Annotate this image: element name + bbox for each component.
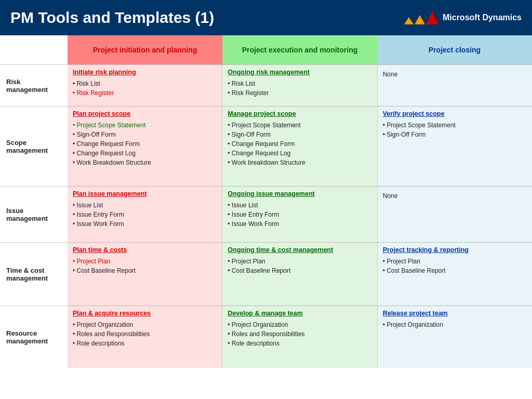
logo-icon	[404, 11, 438, 24]
list-item: • Project Organization	[73, 320, 217, 329]
cell-title: Manage project scope	[228, 110, 371, 119]
list-item: • Issue List	[73, 201, 217, 210]
none-text: None	[383, 190, 527, 201]
cell-title: Verify project scope	[383, 110, 527, 119]
page-title: PM Tools and Templates (1)	[10, 9, 214, 26]
row-label-scope: Scope management	[0, 106, 68, 186]
list-item: • Risk List	[228, 79, 371, 88]
list-item: • Issue Work Form	[73, 219, 217, 229]
list-item: • Role descriptions	[73, 339, 217, 348]
row-label-risk: Risk management	[0, 64, 68, 106]
cell-scope-init: Plan project scope • Project Scope State…	[68, 107, 222, 186]
cell-time-init: Plan time & costs • Project Plan • Cost …	[68, 243, 222, 305]
list-item: • Change Request Form	[228, 139, 371, 149]
table-row-risk: Initiate risk planning • Risk List • Ris…	[68, 64, 532, 106]
cell-issue-init: Plan issue management • Issue List • Iss…	[68, 187, 222, 242]
col-header-closing: Project closing	[377, 35, 532, 64]
data-rows: Initiate risk planning • Risk List • Ris…	[68, 64, 532, 399]
list-item: • Risk Register	[73, 88, 217, 98]
list-item: • Change Request Form	[73, 139, 217, 149]
list-item: • Issue Work Form	[228, 219, 371, 229]
cell-scope-closing: Verify project scope • Project Scope Sta…	[377, 107, 532, 186]
list-item: • Project Plan	[228, 257, 371, 266]
cell-title: Release project team	[383, 309, 527, 318]
main-content: Risk management Scope management Issue m…	[0, 35, 532, 399]
table-row-time: Plan time & costs • Project Plan • Cost …	[68, 242, 532, 305]
list-item: • Sign-Off Form	[73, 130, 217, 139]
list-item: • Project Scope Statement	[228, 121, 371, 130]
cell-issue-exec: Ongoing issue management • Issue List • …	[222, 187, 377, 242]
cell-risk-init: Initiate risk planning • Risk List • Ris…	[68, 65, 222, 106]
list-item: • Issue List	[228, 201, 371, 210]
cell-resource-init: Plan & acquire resources • Project Organ…	[68, 306, 222, 368]
list-item: • Change Request Log	[228, 149, 371, 158]
cell-title: Ongoing issue management	[228, 190, 371, 199]
list-item: • Risk List	[73, 79, 217, 88]
list-item: • Issue Entry Form	[73, 210, 217, 219]
none-text: None	[383, 68, 527, 79]
cell-risk-closing: None	[377, 65, 532, 106]
row-label-time: Time & cost management	[0, 242, 68, 305]
list-item: • Cost Baseline Report	[383, 266, 527, 275]
cell-title: Initiate risk planning	[73, 68, 217, 77]
cell-scope-exec: Manage project scope • Project Scope Sta…	[222, 107, 377, 186]
list-item: • Roles and Responsibilities	[73, 329, 217, 339]
logo-text: Microsoft Dynamics	[443, 13, 522, 22]
list-item: • Role descriptions	[228, 339, 371, 348]
list-item: • Risk Register	[228, 88, 371, 98]
list-item: • Work Breakdown Structure	[73, 158, 217, 167]
cell-title: Develop & manage team	[228, 309, 371, 318]
cell-title: Plan issue management	[73, 190, 217, 199]
list-item: • Cost Baseline Report	[228, 266, 371, 275]
row-label-resource: Resource management	[0, 305, 68, 368]
col-header-init: Project initiation and planning	[68, 35, 222, 64]
list-item: • Sign-Off Form	[228, 130, 371, 139]
list-item: • Project Organization	[228, 320, 371, 329]
table-row-resource: Plan & acquire resources • Project Organ…	[68, 305, 532, 368]
cell-time-closing: Project tracking & reporting • Project P…	[377, 243, 532, 305]
cell-title: Plan time & costs	[73, 246, 217, 255]
col-header-exec: Project execution and monitoring	[222, 35, 377, 64]
row-label-spacer	[0, 35, 68, 64]
list-item: • Roles and Responsibilities	[228, 329, 371, 339]
list-item: • Cost Baseline Report	[73, 266, 217, 275]
row-label-issue: Issue management	[0, 186, 68, 242]
cell-resource-closing: Release project team • Project Organizat…	[377, 306, 532, 368]
list-item: • Project Scope Statement	[383, 121, 527, 130]
cell-issue-closing: None	[377, 187, 532, 242]
cell-title: Plan project scope	[73, 110, 217, 119]
list-item: • Issue Entry Form	[228, 210, 371, 219]
page-header: PM Tools and Templates (1) Microsoft Dyn…	[0, 0, 532, 35]
table-row-scope: Plan project scope • Project Scope State…	[68, 106, 532, 186]
cell-title: Ongoing time & cost management	[228, 246, 371, 255]
list-item: • Change Request Log	[73, 149, 217, 158]
table-area: Project initiation and planning Project …	[68, 35, 532, 399]
cell-title: Project tracking & reporting	[383, 246, 527, 255]
logo-area: Microsoft Dynamics	[404, 11, 522, 24]
table-row-issue: Plan issue management • Issue List • Iss…	[68, 186, 532, 242]
cell-risk-exec: Ongoing risk management • Risk List • Ri…	[222, 65, 377, 106]
list-item: • Project Organization	[383, 320, 527, 329]
list-item: • Sign-Off Form	[383, 130, 527, 139]
row-labels: Risk management Scope management Issue m…	[0, 35, 68, 399]
list-item: • Project Plan	[73, 257, 217, 266]
list-item: • Project Scope Statement	[73, 121, 217, 130]
cell-title: Ongoing risk management	[228, 68, 371, 77]
list-item: • Work breakdown Structure	[228, 158, 371, 167]
cell-time-exec: Ongoing time & cost management • Project…	[222, 243, 377, 305]
cell-resource-exec: Develop & manage team • Project Organiza…	[222, 306, 377, 368]
col-headers: Project initiation and planning Project …	[68, 35, 532, 64]
cell-title: Plan & acquire resources	[73, 309, 217, 318]
list-item: • Project Plan	[383, 257, 527, 266]
